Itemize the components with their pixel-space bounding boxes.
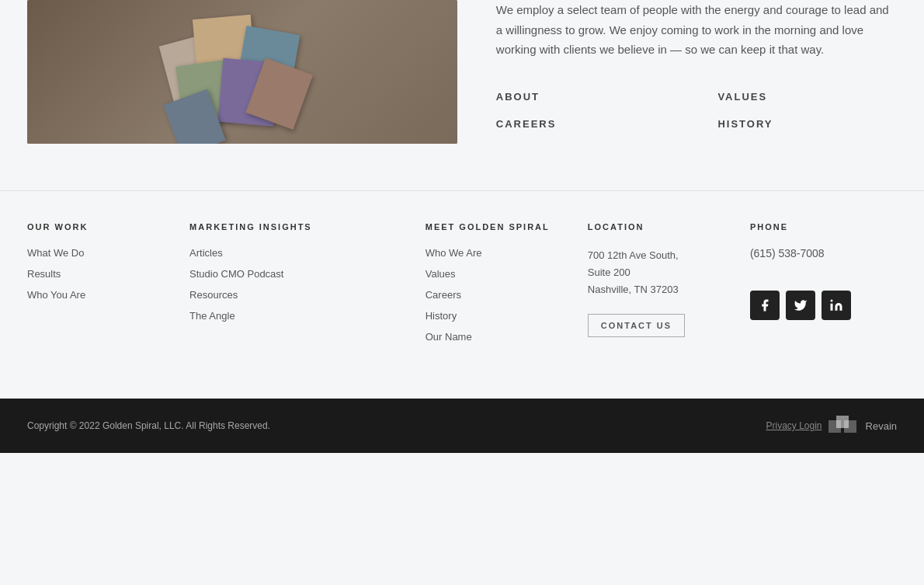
svg-point-0 <box>830 300 832 302</box>
footer-col-marketing-insights: MARKETING INSIGHTS Articles Studio CMO P… <box>189 222 410 352</box>
meet-golden-spiral-title: MEET GOLDEN SPIRAL <box>426 222 572 232</box>
copyright-text: Copyright © 2022 Golden Spiral, LLC. All… <box>27 420 270 431</box>
social-icons <box>750 291 897 320</box>
values-link[interactable]: VALUES <box>717 91 893 103</box>
about-link[interactable]: ABOUT <box>496 91 672 103</box>
resources-link[interactable]: Resources <box>189 289 410 301</box>
footer-history-link[interactable]: History <box>426 310 572 322</box>
contact-us-button[interactable]: CONTACT US <box>588 314 685 337</box>
footer-col-phone: PHONE (615) 538-7008 <box>750 222 897 352</box>
the-angle-link[interactable]: The Angle <box>189 310 410 322</box>
revain-logo-icon <box>828 414 860 437</box>
facebook-icon[interactable] <box>750 291 780 320</box>
location-address: 700 12th Ave South,Suite 200Nashville, T… <box>588 247 735 298</box>
articles-link[interactable]: Articles <box>189 247 410 259</box>
footer-grid: OUR WORK What We Do Results Who You Are … <box>27 222 897 352</box>
studio-cmo-podcast-link[interactable]: Studio CMO Podcast <box>189 268 410 280</box>
who-you-are-link[interactable]: Who You Are <box>27 289 174 301</box>
footer: OUR WORK What We Do Results Who You Are … <box>0 190 924 399</box>
main-section: We employ a select team of people with t… <box>0 0 924 190</box>
links-grid: ABOUT VALUES CAREERS HISTORY <box>496 91 893 130</box>
footer-careers-link[interactable]: Careers <box>426 289 572 301</box>
footer-col-our-work: OUR WORK What We Do Results Who You Are <box>27 222 174 352</box>
marketing-insights-title: MARKETING INSIGHTS <box>189 222 410 232</box>
our-name-link[interactable]: Our Name <box>426 331 572 343</box>
who-we-are-link[interactable]: Who We Are <box>426 247 572 259</box>
footer-col-location: LOCATION 700 12th Ave South,Suite 200Nas… <box>588 222 735 352</box>
results-link[interactable]: Results <box>27 268 174 280</box>
description-text: We employ a select team of people with t… <box>496 0 893 60</box>
text-column: We employ a select team of people with t… <box>481 0 924 144</box>
phone-title: PHONE <box>750 222 897 232</box>
revain-label: Revain <box>866 420 897 432</box>
twitter-icon[interactable] <box>786 291 815 320</box>
footer-col-meet-golden-spiral: MEET GOLDEN SPIRAL Who We Are Values Car… <box>426 222 572 352</box>
polaroid-collage <box>27 0 457 144</box>
careers-link[interactable]: CAREERS <box>496 118 672 130</box>
image-column <box>0 0 481 144</box>
phone-number: (615) 538-7008 <box>750 247 897 259</box>
location-title: LOCATION <box>588 222 735 232</box>
history-link[interactable]: HISTORY <box>717 118 893 130</box>
revain-badge: Privacy Login Revain <box>766 414 897 437</box>
bottom-bar: Copyright © 2022 Golden Spiral, LLC. All… <box>0 399 924 453</box>
privacy-link[interactable]: Privacy Login <box>766 420 822 431</box>
linkedin-icon[interactable] <box>822 291 851 320</box>
what-we-do-link[interactable]: What We Do <box>27 247 174 259</box>
footer-values-link[interactable]: Values <box>426 268 572 280</box>
our-work-title: OUR WORK <box>27 222 174 232</box>
polaroid-stack <box>27 0 457 144</box>
svg-rect-3 <box>844 420 856 433</box>
